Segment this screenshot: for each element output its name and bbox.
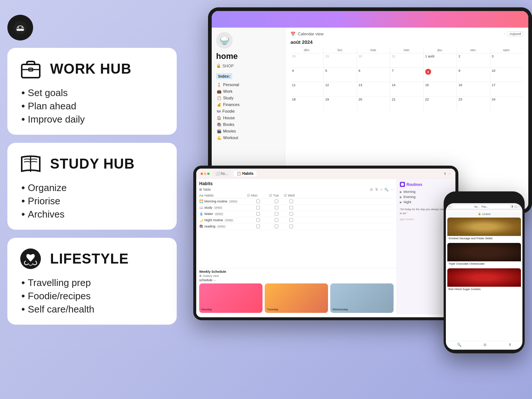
cal-cell[interactable]: 30 [357, 53, 390, 67]
wednesday-card[interactable]: Wednesday [330, 283, 394, 313]
nav-workout[interactable]: 💪 Workout [216, 134, 281, 141]
ipad-tab-habits[interactable]: 📋 Habits [234, 171, 256, 176]
tue-checkbox[interactable] [275, 200, 278, 203]
cal-cell[interactable]: 23 [457, 96, 490, 110]
wed-checkbox[interactable] [289, 218, 293, 222]
cal-cell[interactable]: 15 [424, 82, 457, 96]
mon-checkbox[interactable] [256, 206, 260, 209]
cal-cell[interactable]: 20 [357, 96, 390, 110]
nav-finances[interactable]: 💰 Finances [216, 101, 281, 108]
today-button[interactable]: Aujourd [507, 31, 523, 36]
cal-cell[interactable]: 10 [490, 68, 523, 82]
cal-cell[interactable]: 12 [324, 82, 356, 96]
cal-cell[interactable]: 18 [290, 96, 323, 110]
wed-checkbox[interactable] [289, 212, 293, 216]
share-icon[interactable]: ⬆ [444, 172, 447, 176]
more-icon[interactable]: ··· [448, 172, 451, 176]
routine-morning[interactable]: ▶ Morning [400, 189, 452, 194]
cal-cell[interactable]: 19 [324, 96, 356, 110]
wed-checkbox[interactable] [289, 206, 293, 209]
cal-cell[interactable]: 16 [457, 82, 490, 96]
cal-cell[interactable]: 29 [324, 53, 356, 67]
tue-checkbox[interactable] [275, 218, 278, 222]
nav-work[interactable]: 💼 Work [216, 88, 281, 95]
tuesday-card[interactable]: Tuesday [265, 283, 328, 313]
table-view-btn[interactable]: ⊞ Table [199, 188, 211, 191]
nav-books[interactable]: 📚 Books [216, 121, 281, 128]
locked-badge: 🔒 Locked [447, 212, 521, 216]
nav-personal[interactable]: 🚶 Personal [216, 81, 281, 88]
study-bullet-3: Archives [21, 208, 166, 220]
cal-day-ven: ven. [457, 47, 490, 53]
open-badge[interactable]: OPEN [214, 212, 224, 216]
mon-checkbox[interactable] [256, 200, 260, 203]
wed-checkbox[interactable] [289, 225, 293, 228]
tablet-gradient-bar [212, 11, 528, 28]
mon-checkbox[interactable] [256, 212, 260, 216]
more-options-icon[interactable]: ··· [391, 188, 394, 191]
search-nav-icon[interactable]: 🔍 [457, 343, 461, 347]
study-hub-bullets: Organize Priorise Archives [21, 182, 166, 220]
open-badge[interactable]: OPEN [229, 200, 238, 203]
habit-row-reading: 📚 reading OPEN [199, 223, 394, 230]
cal-cell[interactable]: 17 [490, 82, 523, 96]
more-icon[interactable]: ··· [518, 205, 520, 208]
add-icon[interactable]: + [380, 188, 382, 191]
back-icon[interactable]: ← [448, 205, 451, 208]
tue-checkbox[interactable] [275, 212, 278, 216]
nav-foodie[interactable]: 🍽 Foodie [216, 108, 281, 114]
ipad-tab-home[interactable]: ⬜ ho... [212, 171, 231, 176]
habit-row-study: 📖 study OPEN [199, 205, 394, 211]
monday-label: Monday [201, 308, 212, 311]
cal-cell[interactable]: 1 août [424, 53, 457, 67]
cal-cell[interactable]: 14 [390, 82, 423, 96]
monday-card[interactable]: Monday [199, 283, 263, 313]
notion-shop: 🔒 SHOP [216, 63, 281, 68]
cal-cell[interactable]: 24 [490, 96, 523, 110]
nav-movies[interactable]: 🎬 Movies [216, 128, 281, 134]
cal-cell[interactable]: 22 [424, 96, 457, 110]
cal-cell[interactable]: 21 [390, 96, 423, 110]
cal-cell[interactable]: 28 [290, 53, 323, 67]
cal-cell[interactable]: 13 [357, 82, 390, 96]
open-badge[interactable]: OPEN [224, 219, 234, 222]
lifestyle-header: LIFESTYLE [18, 246, 166, 272]
wed-checkbox[interactable] [289, 200, 293, 203]
weekly-schedule-section: Weekly Schedule ⊞ Gallery view schedule … [196, 268, 397, 314]
cal-cell-today[interactable]: 8 [424, 68, 457, 82]
tue-checkbox[interactable] [275, 225, 278, 228]
cal-cell[interactable]: 7 [390, 68, 423, 82]
open-badge[interactable]: OPEN [216, 225, 226, 228]
open-badge[interactable]: OPEN [214, 206, 223, 209]
tuesday-label: Tuesday [267, 308, 278, 311]
cal-cell[interactable]: 2 [457, 53, 490, 67]
bookmark-icon[interactable]: □ [515, 205, 517, 208]
recipe-item-1[interactable]: Smoked Sausage and Potato Skillet [447, 218, 521, 241]
habit-row-water: 💧 Water OPEN [199, 211, 394, 217]
home-nav-icon[interactable]: ⊞ [483, 343, 486, 347]
phone-url-bar[interactable]: ho... Foo... [452, 205, 510, 208]
cal-cell[interactable]: 9 [457, 68, 490, 82]
recipe-item-2[interactable]: Triple Chocolate Cheesecake [447, 243, 521, 266]
cal-cell[interactable]: 5 [324, 68, 356, 82]
search-icon[interactable]: 🔍 [384, 188, 388, 191]
cal-cell[interactable]: 31 [390, 53, 423, 67]
mon-checkbox[interactable] [256, 225, 260, 228]
nav-study[interactable]: 📋 Study [216, 95, 281, 101]
cal-cell[interactable]: 3 [490, 53, 523, 67]
study-bullet-2: Priorise [21, 195, 166, 207]
nav-house[interactable]: 🏠 House [216, 114, 281, 121]
cal-cell[interactable]: 11 [290, 82, 323, 96]
recipe-item-3[interactable]: Red Velvet Sugar Cookies [447, 268, 521, 292]
cal-cell[interactable]: 6 [357, 68, 390, 82]
cal-day-jeu: jeu. [424, 47, 457, 53]
tue-checkbox[interactable] [275, 206, 278, 209]
mon-checkbox[interactable] [256, 218, 260, 222]
recipe-title-1: Smoked Sausage and Potato Skillet [447, 236, 521, 241]
sort-icon[interactable]: ⇅ [375, 188, 378, 191]
share-icon[interactable]: ⬆ [511, 205, 514, 208]
cal-cell[interactable]: 4 [290, 68, 323, 82]
habits-content: Habits ⊞ Table ⊟ ⇅ + 🔍 ··· [196, 179, 455, 314]
filter-icon[interactable]: ⊟ [370, 188, 373, 191]
share-nav-icon[interactable]: ⬆ [508, 343, 511, 347]
